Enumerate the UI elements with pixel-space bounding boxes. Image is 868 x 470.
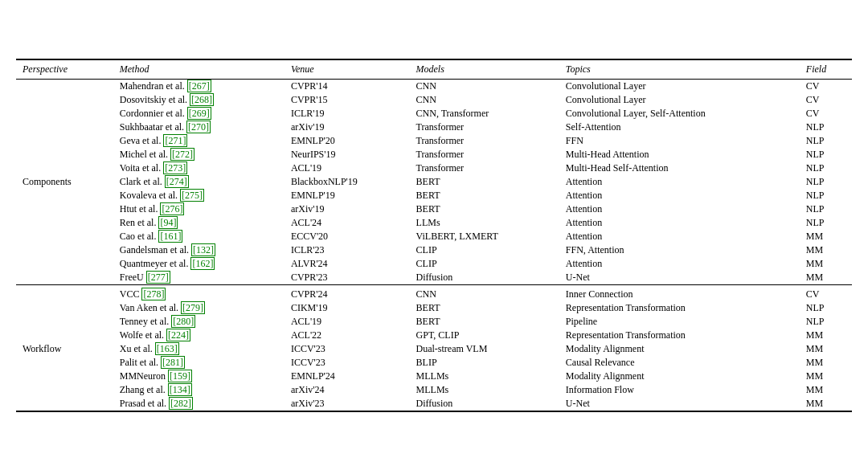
header-perspective: Perspective: [16, 59, 113, 80]
reference-link[interactable]: [163]: [155, 342, 179, 355]
topics-cell: Attention: [559, 202, 800, 216]
method-cell: MMNeuron [159]: [113, 370, 285, 383]
models-cell: BERT: [410, 189, 559, 202]
models-cell: Diffusion: [410, 271, 559, 285]
field-cell: MM: [800, 257, 852, 271]
venue-cell: ICCV'23: [285, 356, 410, 370]
field-cell: MM: [800, 342, 852, 356]
table-row: Gandelsman et al. [132]ICLR'23CLIPFFN, A…: [16, 243, 852, 257]
table-row: ComponentsMahendran et al. [267]CVPR'14C…: [16, 79, 852, 93]
method-cell: Wolfe et al. [224]: [113, 329, 285, 342]
reference-link[interactable]: [162]: [190, 257, 215, 270]
reference-link[interactable]: [282]: [169, 397, 193, 410]
table-row: Cordonnier et al. [269]ICLR'19CNN, Trans…: [16, 107, 852, 121]
models-cell: MLLMs: [410, 383, 559, 397]
reference-link[interactable]: [224]: [166, 329, 190, 341]
table-row: Prasad et al. [282]arXiv'23DiffusionU-Ne…: [16, 397, 852, 411]
reference-link[interactable]: [275]: [180, 189, 204, 202]
reference-link[interactable]: [274]: [165, 175, 189, 188]
reference-link[interactable]: [281]: [161, 356, 185, 369]
topics-cell: Causal Relevance: [559, 356, 800, 370]
topics-cell: Attention: [559, 189, 800, 202]
venue-cell: CVPR'24: [285, 284, 410, 301]
reference-link[interactable]: [277]: [146, 271, 170, 284]
reference-link[interactable]: [270]: [186, 121, 211, 133]
table-row: Tenney et al. [280]ACL'19BERTPipelineNLP: [16, 315, 852, 329]
reference-link[interactable]: [161]: [158, 230, 182, 243]
venue-cell: ICLR'23: [285, 243, 410, 257]
field-cell: MM: [800, 230, 852, 243]
method-cell: Quantmeyer et al. [162]: [113, 257, 285, 271]
method-cell: Zhang et al. [134]: [113, 383, 285, 397]
venue-cell: ICLR'19: [285, 107, 410, 121]
models-cell: Transformer: [410, 161, 559, 175]
field-cell: NLP: [800, 189, 852, 202]
method-cell: Prasad et al. [282]: [113, 397, 285, 411]
reference-link[interactable]: [268]: [190, 93, 214, 106]
field-cell: NLP: [800, 161, 852, 175]
topics-cell: Convolutional Layer: [559, 93, 800, 107]
topics-cell: Attention: [559, 230, 800, 243]
method-cell: Mahendran et al. [267]: [113, 79, 285, 93]
reference-link[interactable]: [276]: [160, 202, 184, 215]
venue-cell: ACL'24: [285, 216, 410, 230]
models-cell: Transformer: [410, 121, 559, 134]
method-cell: Cao et al. [161]: [113, 230, 285, 243]
field-cell: MM: [800, 271, 852, 285]
models-cell: LLMs: [410, 216, 559, 230]
reference-link[interactable]: [269]: [187, 107, 211, 120]
topics-cell: Representation Transformation: [559, 329, 800, 342]
reference-link[interactable]: [279]: [181, 301, 205, 314]
venue-cell: CVPR'14: [285, 79, 410, 93]
table-row: Zhang et al. [134]arXiv'24MLLMsInformati…: [16, 383, 852, 397]
venue-cell: ACL'22: [285, 329, 410, 342]
table-row: Wolfe et al. [224]ACL'22GPT, CLIPReprese…: [16, 329, 852, 342]
table-row: Quantmeyer et al. [162]ALVR'24CLIPAttent…: [16, 257, 852, 271]
topics-cell: Multi-Head Self-Attention: [559, 161, 800, 175]
reference-link[interactable]: [267]: [187, 80, 211, 92]
reference-link[interactable]: [273]: [163, 161, 187, 174]
reference-link[interactable]: [94]: [158, 216, 178, 229]
topics-cell: Attention: [559, 216, 800, 230]
field-cell: NLP: [800, 202, 852, 216]
header-venue: Venue: [285, 59, 410, 80]
method-cell: Kovaleva et al. [275]: [113, 189, 285, 202]
models-cell: CNN: [410, 79, 559, 93]
table-row: Xu et al. [163]ICCV'23Dual-stream VLMMod…: [16, 342, 852, 356]
models-cell: BLIP: [410, 356, 559, 370]
table-header-row: Perspective Method Venue Models Topics F…: [16, 59, 852, 80]
models-cell: CNN: [410, 284, 559, 301]
header-field: Field: [800, 59, 852, 80]
method-cell: Xu et al. [163]: [113, 342, 285, 356]
models-cell: MLLMs: [410, 370, 559, 383]
venue-cell: arXiv'24: [285, 383, 410, 397]
field-cell: CV: [800, 284, 852, 301]
models-cell: BERT: [410, 175, 559, 189]
table-row: WorkflowVCC [278]CVPR'24CNNInner Connect…: [16, 284, 852, 301]
reference-link[interactable]: [272]: [170, 148, 194, 161]
method-cell: Tenney et al. [280]: [113, 315, 285, 329]
field-cell: MM: [800, 356, 852, 370]
field-cell: CV: [800, 93, 852, 107]
table-row: Voita et al. [273]ACL'19TransformerMulti…: [16, 161, 852, 175]
table-row: Htut et al. [276]arXiv'19BERTAttentionNL…: [16, 202, 852, 216]
reference-link[interactable]: [280]: [171, 315, 195, 328]
reference-link[interactable]: [159]: [168, 370, 192, 382]
topics-cell: Pipeline: [559, 315, 800, 329]
method-cell: Gandelsman et al. [132]: [113, 243, 285, 257]
table-row: Dosovitskiy et al. [268]CVPR'15CNNConvol…: [16, 93, 852, 107]
reference-link[interactable]: [278]: [141, 288, 166, 300]
table-row: FreeU [277]CVPR'23DiffusionU-NetMM: [16, 271, 852, 285]
models-cell: Diffusion: [410, 397, 559, 411]
venue-cell: EMNLP'24: [285, 370, 410, 383]
table-row: Clark et al. [274]BlackboxNLP'19BERTAtte…: [16, 175, 852, 189]
reference-link[interactable]: [271]: [163, 134, 187, 147]
table-row: Ren et al. [94]ACL'24LLMsAttentionNLP: [16, 216, 852, 230]
models-cell: BERT: [410, 315, 559, 329]
venue-cell: ECCV'20: [285, 230, 410, 243]
table-row: Michel et al. [272]NeurIPS'19Transformer…: [16, 148, 852, 161]
models-cell: CNN: [410, 93, 559, 107]
field-cell: MM: [800, 370, 852, 383]
reference-link[interactable]: [134]: [168, 383, 192, 396]
reference-link[interactable]: [132]: [191, 243, 215, 256]
